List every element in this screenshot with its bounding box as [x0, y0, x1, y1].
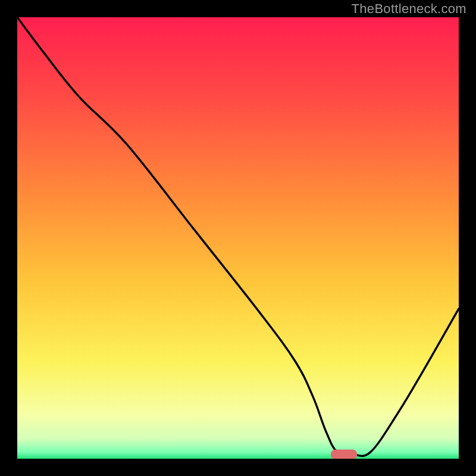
- bottleneck-chart: [17, 17, 459, 459]
- watermark-text: TheBottleneck.com: [352, 1, 466, 17]
- gradient-background: [17, 17, 459, 459]
- optimal-marker: [331, 449, 358, 459]
- plot-area: [17, 17, 459, 459]
- chart-frame: TheBottleneck.com: [0, 0, 476, 476]
